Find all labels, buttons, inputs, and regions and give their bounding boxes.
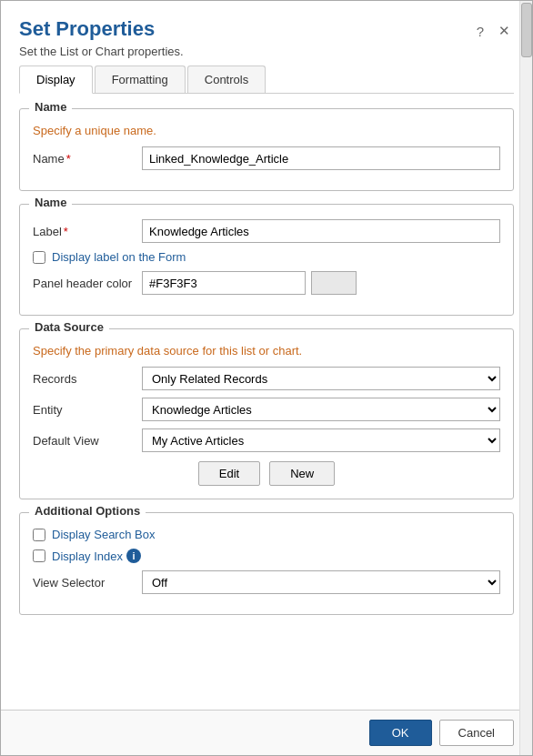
label-section-legend: Name: [29, 196, 72, 209]
additional-options-section: Additional Options Display Search Box Di…: [19, 512, 514, 615]
display-search-box-row: Display Search Box: [33, 528, 500, 541]
records-row: Records Only Related Records All Record …: [33, 367, 500, 390]
name-input[interactable]: [142, 146, 500, 170]
dialog-title: Set Properties: [19, 17, 184, 41]
label-section-content: Label* Display label on the Form Panel h…: [33, 219, 500, 295]
display-label-row: Display label on the Form: [33, 250, 500, 264]
ok-button[interactable]: OK: [369, 720, 432, 746]
data-source-desc: Specify the primary data source for this…: [33, 344, 500, 358]
name-section-content: Specify a unique name. Name*: [33, 124, 500, 170]
dialog-footer: OK Cancel: [1, 710, 532, 755]
name-row: Name*: [33, 146, 500, 170]
view-selector-label: View Selector: [33, 576, 142, 590]
new-button[interactable]: New: [269, 461, 335, 486]
name-section: Name Specify a unique name. Name*: [19, 108, 514, 191]
name-section-legend: Name: [29, 100, 72, 114]
records-select[interactable]: Only Related Records All Record Types: [142, 367, 500, 390]
display-index-checkbox[interactable]: [33, 549, 45, 562]
cancel-button[interactable]: Cancel: [439, 720, 514, 746]
scrollbar-rail[interactable]: [519, 1, 532, 755]
label-row: Label*: [33, 219, 500, 243]
tab-bar: Display Formatting Controls: [19, 66, 514, 94]
additional-options-legend: Additional Options: [29, 504, 146, 518]
view-selector-row: View Selector Off On: [33, 570, 500, 594]
name-required-star: *: [66, 152, 71, 166]
data-source-legend: Data Source: [29, 320, 109, 334]
display-index-info-icon[interactable]: i: [126, 549, 141, 563]
tab-controls[interactable]: Controls: [187, 66, 266, 93]
panel-header-input[interactable]: [142, 271, 306, 295]
edit-new-buttons: Edit New: [33, 461, 500, 486]
tab-display[interactable]: Display: [19, 66, 93, 94]
dialog-header: Set Properties Set the List or Chart pro…: [1, 1, 532, 66]
display-label-text: Display label on the Form: [52, 250, 186, 264]
additional-options-content: Display Search Box Display Index i View …: [33, 528, 500, 594]
display-label-checkbox[interactable]: [33, 251, 45, 264]
records-label: Records: [33, 372, 142, 386]
display-search-box-label: Display Search Box: [52, 528, 155, 541]
close-icon[interactable]: ✕: [495, 21, 514, 41]
data-source-section: Data Source Specify the primary data sou…: [19, 328, 514, 499]
label-input[interactable]: [142, 219, 500, 243]
default-view-row: Default View My Active Articles Active A…: [33, 428, 500, 452]
default-view-select[interactable]: My Active Articles Active Articles All A…: [142, 428, 500, 452]
display-search-box-checkbox[interactable]: [33, 529, 45, 541]
edit-button[interactable]: Edit: [198, 461, 260, 486]
entity-row: Entity Knowledge Articles Accounts Conta…: [33, 398, 500, 421]
default-view-label: Default View: [33, 434, 142, 448]
entity-select[interactable]: Knowledge Articles Accounts Contacts: [142, 398, 500, 421]
name-section-desc: Specify a unique name.: [33, 124, 500, 137]
data-source-content: Specify the primary data source for this…: [33, 344, 500, 486]
panel-header-label: Panel header color: [33, 277, 142, 290]
display-index-row: Display Index i: [33, 549, 500, 563]
scrollbar-thumb[interactable]: [521, 3, 532, 57]
panel-header-row: Panel header color: [33, 271, 500, 295]
dialog-subtitle: Set the List or Chart properties.: [19, 45, 184, 58]
tab-formatting[interactable]: Formatting: [95, 66, 186, 93]
label-required-star: *: [64, 225, 68, 238]
header-actions: ? ✕: [473, 21, 514, 41]
display-index-label: Display Index: [52, 549, 123, 563]
entity-label: Entity: [33, 403, 142, 417]
label-section: Name Label* Display label on the Form Pa…: [19, 204, 514, 316]
dialog-body: Display Formatting Controls Name Specify…: [1, 66, 532, 710]
label-label: Label*: [33, 225, 142, 238]
set-properties-dialog: Set Properties Set the List or Chart pro…: [0, 0, 533, 756]
header-text: Set Properties Set the List or Chart pro…: [19, 17, 184, 58]
color-swatch[interactable]: [311, 271, 357, 295]
help-icon[interactable]: ?: [473, 22, 488, 41]
view-selector-select[interactable]: Off On: [142, 570, 500, 594]
name-label: Name*: [33, 152, 142, 166]
